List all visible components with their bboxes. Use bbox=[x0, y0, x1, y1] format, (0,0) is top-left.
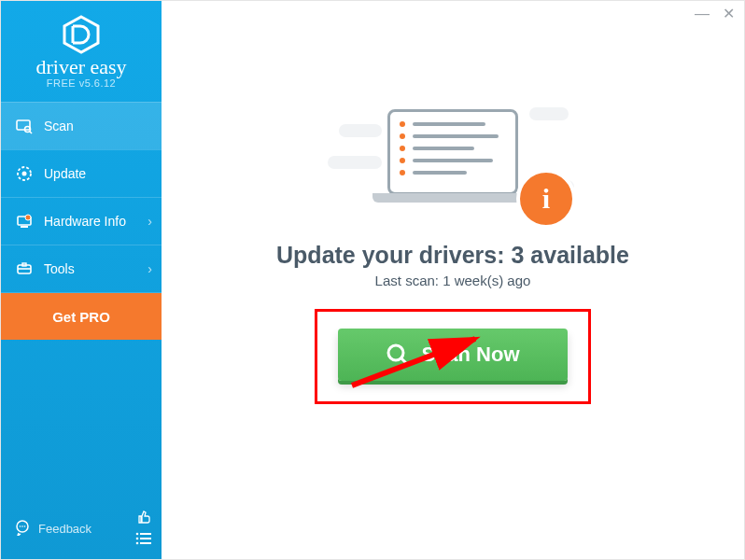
get-pro-label: Get PRO bbox=[52, 309, 110, 325]
content: i Update your drivers: 3 available Last … bbox=[162, 1, 744, 404]
minimize-button[interactable]: — bbox=[695, 7, 710, 21]
svg-point-15 bbox=[21, 525, 23, 527]
svg-rect-22 bbox=[140, 542, 151, 544]
app-window: driver easy FREE v5.6.12 Scan Update bbox=[0, 0, 745, 560]
sidebar-bottom: Feedback bbox=[1, 501, 162, 559]
svg-rect-8 bbox=[21, 226, 28, 228]
hardware-icon bbox=[14, 213, 35, 230]
svg-marker-0 bbox=[64, 17, 98, 52]
logo: driver easy FREE v5.6.12 bbox=[1, 1, 162, 98]
logo-icon bbox=[61, 14, 102, 55]
svg-rect-20 bbox=[140, 538, 151, 539]
feedback-label[interactable]: Feedback bbox=[38, 522, 91, 536]
scan-now-button[interactable]: Scan Now bbox=[338, 329, 568, 381]
sidebar: driver easy FREE v5.6.12 Scan Update bbox=[1, 1, 162, 559]
svg-rect-18 bbox=[140, 533, 151, 535]
chevron-right-icon: › bbox=[148, 261, 152, 276]
illustration: i bbox=[331, 94, 574, 225]
headline: Update your drivers: 3 available bbox=[162, 242, 744, 269]
svg-point-17 bbox=[136, 533, 139, 536]
sidebar-item-update[interactable]: Update bbox=[1, 149, 162, 197]
cloud-shape bbox=[529, 107, 569, 120]
svg-line-24 bbox=[401, 358, 408, 365]
sidebar-item-label: Scan bbox=[44, 119, 74, 133]
chevron-right-icon: › bbox=[148, 214, 152, 229]
menu-list-icon[interactable] bbox=[135, 532, 152, 548]
svg-point-16 bbox=[24, 525, 26, 527]
svg-point-6 bbox=[22, 172, 27, 176]
sidebar-item-label: Hardware Info bbox=[44, 214, 126, 229]
brand-name: driver easy bbox=[1, 57, 162, 77]
update-icon bbox=[14, 165, 35, 182]
info-badge-icon: i bbox=[516, 169, 576, 229]
sidebar-item-label: Update bbox=[44, 166, 86, 181]
svg-point-9 bbox=[25, 215, 31, 220]
nav: Scan Update Hardware Info › Tools bbox=[1, 102, 162, 293]
svg-point-14 bbox=[20, 525, 21, 527]
sidebar-item-tools[interactable]: Tools › bbox=[1, 245, 162, 293]
thumbs-up-icon[interactable] bbox=[135, 509, 152, 528]
svg-rect-2 bbox=[17, 120, 30, 130]
window-controls: — ✕ bbox=[695, 7, 735, 21]
svg-line-4 bbox=[30, 132, 32, 133]
scan-now-label: Scan Now bbox=[421, 343, 519, 367]
tools-icon bbox=[14, 260, 35, 277]
laptop-graphic bbox=[372, 109, 533, 212]
sidebar-item-hardware-info[interactable]: Hardware Info › bbox=[1, 197, 162, 245]
last-scan-text: Last scan: 1 week(s) ago bbox=[162, 273, 744, 288]
svg-point-19 bbox=[136, 538, 139, 540]
main-panel: — ✕ bbox=[162, 1, 744, 559]
highlight-box: Scan Now bbox=[315, 309, 591, 404]
get-pro-button[interactable]: Get PRO bbox=[1, 293, 162, 340]
spacer bbox=[1, 340, 162, 501]
svg-point-21 bbox=[136, 542, 139, 545]
feedback-icon[interactable] bbox=[14, 519, 31, 539]
close-button[interactable]: ✕ bbox=[723, 7, 735, 21]
magnifier-icon bbox=[386, 343, 410, 367]
sidebar-item-label: Tools bbox=[44, 261, 75, 276]
brand-version: FREE v5.6.12 bbox=[1, 77, 162, 89]
sidebar-item-scan[interactable]: Scan bbox=[1, 102, 162, 149]
scan-icon bbox=[14, 118, 35, 134]
